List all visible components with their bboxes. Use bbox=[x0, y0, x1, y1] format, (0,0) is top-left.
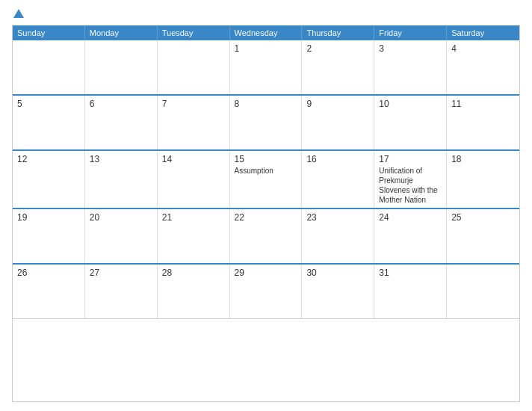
calendar-cell bbox=[85, 40, 158, 94]
cell-date-number: 13 bbox=[90, 154, 152, 164]
calendar-cell: 28 bbox=[158, 265, 230, 318]
calendar-cell: 13 bbox=[85, 151, 158, 208]
cell-date-number: 20 bbox=[90, 212, 152, 223]
calendar-cell: 9 bbox=[302, 96, 374, 149]
cell-date-number: 30 bbox=[306, 268, 369, 278]
calendar-cell: 23 bbox=[302, 209, 374, 263]
cell-date-number: 11 bbox=[451, 99, 515, 109]
cell-date-number: 7 bbox=[162, 99, 225, 109]
calendar-header: SundayMondayTuesdayWednesdayThursdayFrid… bbox=[13, 25, 519, 40]
calendar-cell: 8 bbox=[230, 96, 303, 149]
cell-date-number: 22 bbox=[235, 212, 297, 223]
calendar-cell: 3 bbox=[374, 40, 447, 94]
week-row-1: 1234 bbox=[13, 40, 519, 96]
calendar-cell: 17Unification of Prekmurje Slovenes with… bbox=[374, 151, 447, 208]
cell-date-number: 21 bbox=[162, 212, 225, 223]
calendar: SundayMondayTuesdayWednesdayThursdayFrid… bbox=[12, 25, 520, 402]
calendar-cell: 27 bbox=[85, 265, 158, 318]
logo bbox=[12, 9, 24, 19]
cell-date-number: 24 bbox=[379, 212, 442, 223]
calendar-cell: 1 bbox=[230, 40, 303, 94]
calendar-cell: 26 bbox=[13, 265, 85, 318]
calendar-cell: 10 bbox=[374, 96, 447, 149]
cell-date-number: 6 bbox=[90, 99, 152, 109]
cell-date-number: 10 bbox=[379, 99, 442, 109]
day-header-tuesday: Tuesday bbox=[158, 25, 230, 40]
header bbox=[12, 9, 520, 19]
calendar-cell: 11 bbox=[447, 96, 519, 149]
calendar-cell: 25 bbox=[447, 209, 519, 263]
cell-date-number: 12 bbox=[17, 154, 80, 164]
cell-date-number: 29 bbox=[235, 268, 297, 278]
calendar-cell: 6 bbox=[85, 96, 158, 149]
cell-date-number: 9 bbox=[306, 99, 369, 109]
cell-date-number: 31 bbox=[379, 268, 442, 278]
calendar-cell bbox=[158, 40, 230, 94]
week-row-5: 262728293031 bbox=[13, 265, 519, 319]
calendar-cell: 20 bbox=[85, 209, 158, 263]
calendar-cell: 4 bbox=[447, 40, 519, 94]
calendar-cell: 14 bbox=[158, 151, 230, 208]
cell-date-number: 16 bbox=[306, 154, 369, 164]
cell-date-number: 23 bbox=[306, 212, 369, 223]
cell-date-number: 5 bbox=[17, 99, 80, 109]
week-row-2: 567891011 bbox=[13, 96, 519, 151]
logo-triangle-icon bbox=[13, 9, 24, 18]
calendar-cell: 29 bbox=[230, 265, 303, 318]
cell-event-label: Unification of Prekmurje Slovenes with t… bbox=[379, 166, 442, 205]
week-row-4: 19202122232425 bbox=[13, 209, 519, 265]
cell-date-number: 8 bbox=[235, 99, 297, 109]
page: SundayMondayTuesdayWednesdayThursdayFrid… bbox=[0, 0, 532, 411]
calendar-cell bbox=[13, 40, 85, 94]
cell-date-number: 28 bbox=[162, 268, 225, 278]
day-header-monday: Monday bbox=[85, 25, 158, 40]
day-header-wednesday: Wednesday bbox=[230, 25, 303, 40]
cell-date-number: 4 bbox=[451, 43, 515, 54]
calendar-cell: 2 bbox=[302, 40, 374, 94]
calendar-cell bbox=[447, 265, 519, 318]
cell-event-label: Assumption bbox=[235, 166, 297, 176]
calendar-cell: 30 bbox=[302, 265, 374, 318]
calendar-cell: 12 bbox=[13, 151, 85, 208]
calendar-cell: 18 bbox=[447, 151, 519, 208]
calendar-cell: 16 bbox=[302, 151, 374, 208]
calendar-cell: 31 bbox=[374, 265, 447, 318]
cell-date-number: 19 bbox=[17, 212, 80, 223]
cell-date-number: 25 bbox=[451, 212, 515, 223]
cell-date-number: 14 bbox=[162, 154, 225, 164]
calendar-cell: 24 bbox=[374, 209, 447, 263]
cell-date-number: 18 bbox=[451, 154, 515, 164]
calendar-cell: 22 bbox=[230, 209, 303, 263]
cell-date-number: 2 bbox=[306, 43, 369, 54]
calendar-cell: 15Assumption bbox=[230, 151, 303, 208]
calendar-body: 123456789101112131415Assumption1617Unifi… bbox=[13, 40, 519, 319]
cell-date-number: 17 bbox=[379, 154, 442, 164]
cell-date-number: 27 bbox=[90, 268, 152, 278]
day-header-friday: Friday bbox=[374, 25, 447, 40]
calendar-cell: 19 bbox=[13, 209, 85, 263]
cell-date-number: 15 bbox=[235, 154, 297, 164]
day-header-thursday: Thursday bbox=[302, 25, 374, 40]
calendar-cell: 21 bbox=[158, 209, 230, 263]
week-row-3: 12131415Assumption1617Unification of Pre… bbox=[13, 151, 519, 209]
calendar-cell: 7 bbox=[158, 96, 230, 149]
cell-date-number: 26 bbox=[17, 268, 80, 278]
cell-date-number: 1 bbox=[235, 43, 297, 54]
day-header-sunday: Sunday bbox=[13, 25, 85, 40]
day-header-saturday: Saturday bbox=[447, 25, 519, 40]
calendar-cell: 5 bbox=[13, 96, 85, 149]
cell-date-number: 3 bbox=[379, 43, 442, 54]
